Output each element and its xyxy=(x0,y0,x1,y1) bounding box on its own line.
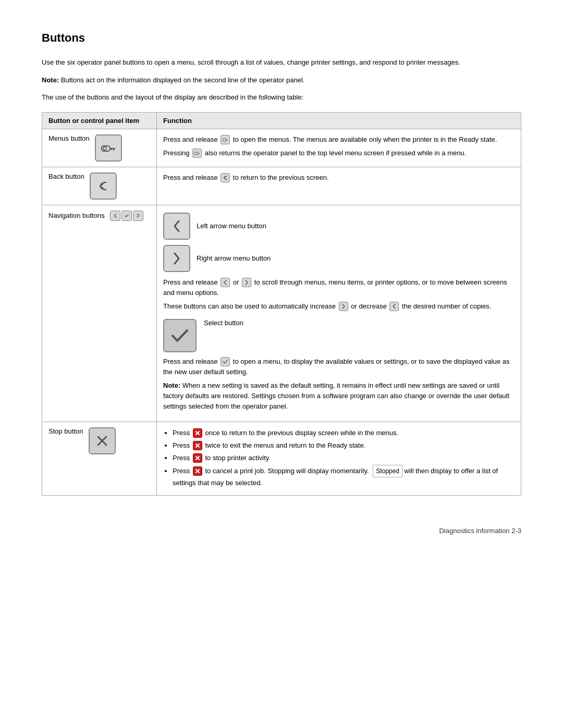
col-header-function: Function xyxy=(157,112,521,129)
stop-button-label: Stop button xyxy=(48,427,83,435)
table-row-navigation: Navigation buttons xyxy=(42,205,521,422)
nav-func-1: Press and release or to scroll through m… xyxy=(163,277,515,298)
nav-buttons-group xyxy=(110,211,143,221)
select-note: Note: When a new setting is saved as the… xyxy=(163,380,515,412)
menus-func-2: Pressing also returns the operator panel… xyxy=(163,148,515,158)
nav-left-inline xyxy=(221,278,230,287)
select-icon-row: Select button xyxy=(163,319,515,352)
page-title: Buttons xyxy=(42,31,521,45)
nav-decrease-inline xyxy=(389,302,399,311)
back-button-label: Back button xyxy=(48,172,84,180)
svg-rect-5 xyxy=(223,139,226,141)
nav-right-mini xyxy=(133,211,143,221)
select-button-label: Select button xyxy=(204,319,243,327)
select-func-1: Press and release to open a menu, to dis… xyxy=(163,356,515,377)
back-inline-icon xyxy=(221,173,230,182)
svg-point-1 xyxy=(103,147,106,150)
table-row-back: Back button Press and release xyxy=(42,167,521,205)
svg-rect-8 xyxy=(194,152,198,155)
select-inline-icon xyxy=(221,357,230,366)
nav-increase-inline xyxy=(339,302,348,311)
stop-icon-1 xyxy=(193,428,202,438)
stop-list-item-2: Press twice to exit the menus and return… xyxy=(173,440,515,451)
col-header-button: Button or control panel item xyxy=(42,112,157,129)
menus-inline-icon-2 xyxy=(192,149,202,158)
menus-func-1: Press and release to open the menus. The… xyxy=(163,134,515,145)
menus-inline-icon-1 xyxy=(221,135,230,144)
table-row-menus: Menus button Press and xyxy=(42,129,521,167)
stopped-badge: Stopped xyxy=(373,465,402,477)
nav-left-label: Left arrow menu button xyxy=(197,222,266,230)
stop-button-icon xyxy=(89,427,116,454)
nav-func-2: These buttons can also be used to automa… xyxy=(163,301,515,312)
nav-select-mini xyxy=(121,211,132,221)
menus-button-label: Menus button xyxy=(48,134,90,142)
nav-right-item: Right arrow menu button xyxy=(163,245,271,272)
footer: Diagnostics information 2-3 xyxy=(42,527,521,535)
note-paragraph: Note: Buttons act on the information dis… xyxy=(42,75,521,85)
nav-left-item: Left arrow menu button xyxy=(163,213,266,240)
nav-left-mini xyxy=(110,211,120,221)
nav-right-icon xyxy=(163,245,190,272)
stop-icon-3 xyxy=(193,453,202,463)
stop-list-item-3: Press to stop printer activity. xyxy=(173,452,515,464)
nav-right-inline xyxy=(242,278,251,287)
nav-right-label: Right arrow menu button xyxy=(197,254,271,262)
stop-icon-4 xyxy=(193,466,202,476)
stop-list-item-1: Press once to return to the previous dis… xyxy=(173,427,515,439)
nav-left-icon xyxy=(163,213,190,240)
menus-button-icon xyxy=(95,134,122,162)
buttons-table: Button or control panel item Function Me… xyxy=(42,112,521,496)
table-row-stop: Stop button Press xyxy=(42,422,521,496)
nav-button-label: Navigation buttons xyxy=(48,212,105,219)
stop-icon-2 xyxy=(193,441,202,450)
stop-list-item-4: Press to cancel a print job. Stopping wi… xyxy=(173,465,515,489)
layout-paragraph: The use of the buttons and the layout of… xyxy=(42,92,521,103)
back-func-1: Press and release to return to the previ… xyxy=(163,172,515,183)
intro-paragraph: Use the six operator panel buttons to op… xyxy=(42,57,521,68)
back-button-icon xyxy=(90,172,117,200)
select-button-icon xyxy=(163,319,197,352)
stop-function-list: Press once to return to the previous dis… xyxy=(163,427,515,489)
